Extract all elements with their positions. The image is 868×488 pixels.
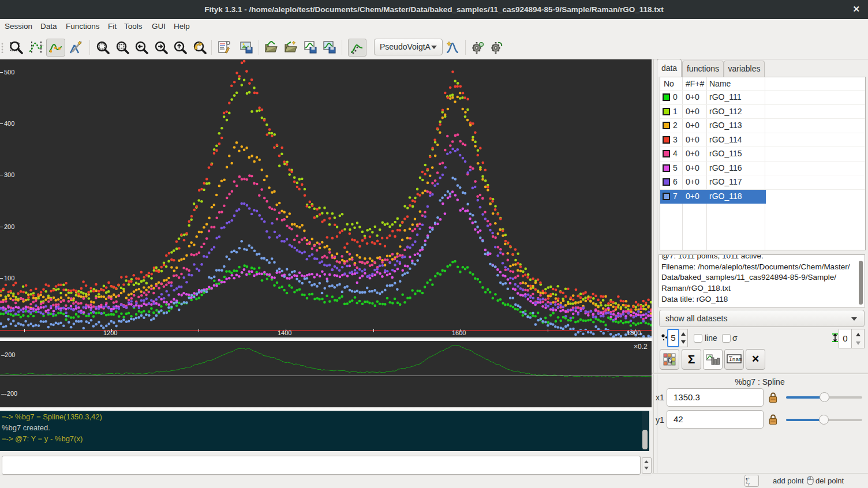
svg-text:Inam: Inam: [729, 356, 742, 363]
svg-text:°?: °?: [746, 482, 750, 486]
svg-text:¶°: ¶°: [746, 478, 750, 482]
